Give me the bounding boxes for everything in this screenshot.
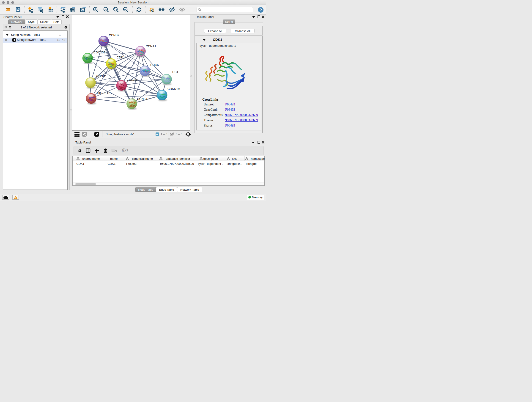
svg-text:CCNA1: CCNA1 — [146, 45, 156, 48]
svg-text:?: ? — [260, 8, 262, 12]
svg-text:CDC25B: CDC25B — [94, 51, 106, 54]
svg-text:RB1: RB1 — [172, 70, 178, 74]
svg-text:HIST1H1A: HIST1H1A — [97, 91, 112, 95]
svg-text:CDK1: CDK1 — [117, 56, 125, 59]
svg-text:CCNB1: CCNB1 — [96, 75, 107, 78]
svg-text:CCNB2: CCNB2 — [109, 33, 119, 37]
svg-text:CCNE1: CCNE1 — [137, 97, 147, 101]
svg-text:CCNA2: CCNA2 — [127, 78, 137, 81]
svg-text:CDKN1A: CDKN1A — [167, 87, 180, 90]
svg-text:CDC6: CDC6 — [150, 63, 159, 67]
